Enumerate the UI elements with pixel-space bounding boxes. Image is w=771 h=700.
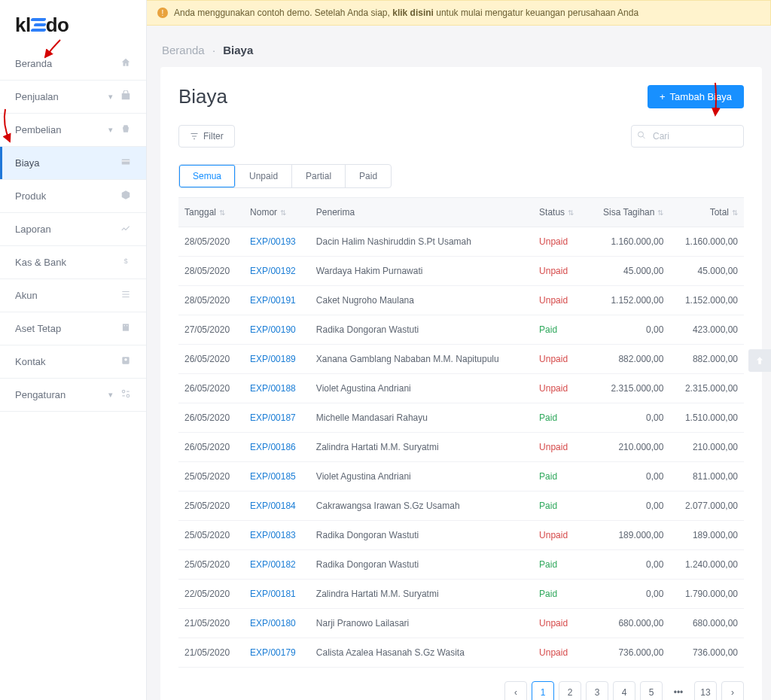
sidebar-item-label: Kontak (15, 356, 45, 367)
cell-status: Paid (533, 462, 587, 492)
pagination-page-3[interactable]: 3 (586, 681, 608, 700)
cell-penerima: Narji Pranowo Lailasari (310, 609, 533, 638)
sidebar-item-biaya[interactable]: Biaya (0, 147, 146, 180)
cell-tanggal: 26/05/2020 (178, 345, 244, 374)
sidebar-item-produk[interactable]: Produk (0, 180, 146, 213)
cell-nomor-link[interactable]: EXP/00193 (244, 227, 310, 257)
cell-status: Unpaid (533, 609, 587, 638)
cell-nomor-link[interactable]: EXP/00189 (244, 345, 310, 374)
cell-penerima: Wardaya Hakim Purnawati (310, 257, 533, 286)
table-row: 26/05/2020EXP/00188Violet Agustina Andri… (178, 374, 744, 403)
pagination-page-1[interactable]: 1 (532, 681, 554, 700)
cell-total: 1.152.000,00 (669, 286, 744, 315)
cell-tanggal: 25/05/2020 (178, 550, 244, 580)
sidebar-item-kontak[interactable]: Kontak (0, 345, 146, 379)
search-icon (637, 131, 646, 142)
cell-penerima: Dacin Halim Nashiruddin S.Pt Usamah (310, 227, 533, 257)
cell-nomor-link[interactable]: EXP/00190 (244, 315, 310, 345)
sidebar-item-label: Kas & Bank (15, 257, 66, 268)
cell-total: 210.000,00 (669, 433, 744, 462)
pagination-page-4[interactable]: 4 (613, 681, 635, 700)
page-title: Biaya (178, 85, 227, 108)
status-tabs: SemuaUnpaidPartialPaid (178, 164, 392, 188)
cell-sisa: 0,00 (587, 580, 669, 609)
tab-unpaid[interactable]: Unpaid (236, 165, 292, 187)
chevron-down-icon: ▾ (108, 125, 113, 135)
svg-point-8 (122, 390, 125, 393)
cell-nomor-link[interactable]: EXP/00185 (244, 462, 310, 492)
cell-tanggal: 28/05/2020 (178, 227, 244, 257)
pagination-next[interactable]: › (721, 681, 744, 700)
logo-stripes-icon (31, 18, 46, 33)
pagination-prev[interactable]: ‹ (504, 681, 527, 700)
list-icon (120, 289, 131, 302)
cell-nomor-link[interactable]: EXP/00186 (244, 433, 310, 462)
sidebar-item-label: Akun (15, 290, 38, 301)
search-input[interactable] (631, 125, 744, 148)
cell-nomor-link[interactable]: EXP/00184 (244, 492, 310, 521)
svg-point-9 (126, 394, 130, 397)
table-row: 25/05/2020EXP/00185Violet Agustina Andri… (178, 462, 744, 492)
cell-status: Unpaid (533, 257, 587, 286)
sidebar-item-label: Pembelian (15, 124, 61, 135)
cell-penerima: Radika Dongoran Wastuti (310, 550, 533, 580)
sidebar-item-akun[interactable]: Akun (0, 279, 146, 312)
col-sisa[interactable]: Sisa Tagihan⇅ (587, 198, 669, 227)
sidebar-item-penjualan[interactable]: Penjualan▾ (0, 81, 146, 114)
table-row: 21/05/2020EXP/00180Narji Pranowo Lailasa… (178, 609, 744, 638)
cell-sisa: 189.000,00 (587, 521, 669, 550)
cell-sisa: 1.152.000,00 (587, 286, 669, 315)
tab-semua[interactable]: Semua (179, 165, 236, 187)
cell-nomor-link[interactable]: EXP/00192 (244, 257, 310, 286)
cell-nomor-link[interactable]: EXP/00188 (244, 374, 310, 403)
cell-tanggal: 25/05/2020 (178, 462, 244, 492)
col-tanggal[interactable]: Tanggal⇅ (178, 198, 244, 227)
col-penerima[interactable]: Penerima (310, 198, 533, 227)
sidebar-item-kas-bank[interactable]: Kas & Bank$ (0, 246, 146, 279)
cell-tanggal: 25/05/2020 (178, 521, 244, 550)
cell-penerima: Michelle Mandasari Rahayu (310, 403, 533, 433)
col-status[interactable]: Status⇅ (533, 198, 587, 227)
cell-sisa: 0,00 (587, 492, 669, 521)
cell-status: Unpaid (533, 374, 587, 403)
cell-nomor-link[interactable]: EXP/00187 (244, 403, 310, 433)
cell-sisa: 0,00 (587, 550, 669, 580)
sidebar-item-pengaturan[interactable]: Pengaturan▾ (0, 379, 146, 412)
filter-button[interactable]: Filter (178, 125, 235, 148)
tab-partial[interactable]: Partial (292, 165, 346, 187)
sidebar-item-label: Laporan (15, 224, 51, 235)
cell-tanggal: 26/05/2020 (178, 433, 244, 462)
cell-penerima: Caket Nugroho Maulana (310, 286, 533, 315)
sidebar-item-pembelian[interactable]: Pembelian▾ (0, 114, 146, 147)
add-expense-button[interactable]: + Tambah Biaya (648, 85, 744, 108)
warning-icon: ! (157, 8, 168, 18)
table-row: 25/05/2020EXP/00184Cakrawangsa Irawan S.… (178, 492, 744, 521)
cell-total: 1.240.000,00 (669, 550, 744, 580)
tab-paid[interactable]: Paid (346, 165, 391, 187)
pagination-page-2[interactable]: 2 (559, 681, 581, 700)
pagination-page-13[interactable]: 13 (694, 681, 717, 700)
cell-nomor-link[interactable]: EXP/00183 (244, 521, 310, 550)
col-nomor[interactable]: Nomor⇅ (244, 198, 310, 227)
breadcrumb-root[interactable]: Beranda (162, 44, 205, 56)
cell-status: Unpaid (533, 345, 587, 374)
settings-icon (120, 388, 131, 401)
breadcrumb-current: Biaya (223, 44, 253, 56)
cell-tanggal: 28/05/2020 (178, 257, 244, 286)
cell-nomor-link[interactable]: EXP/00182 (244, 550, 310, 580)
content-card: Biaya + Tambah Biaya Filter SemuaUnpaidP… (160, 67, 762, 700)
cell-nomor-link[interactable]: EXP/00179 (244, 638, 310, 668)
scroll-top-button[interactable] (748, 349, 771, 372)
cell-nomor-link[interactable]: EXP/00180 (244, 609, 310, 638)
cell-nomor-link[interactable]: EXP/00191 (244, 286, 310, 315)
cell-penerima: Violet Agustina Andriani (310, 462, 533, 492)
cell-sisa: 736.000,00 (587, 638, 669, 668)
cell-nomor-link[interactable]: EXP/00181 (244, 580, 310, 609)
banner-link[interactable]: klik disini (392, 8, 434, 18)
col-total[interactable]: Total⇅ (669, 198, 744, 227)
sidebar-item-laporan[interactable]: Laporan (0, 213, 146, 246)
sidebar-item-beranda[interactable]: Beranda (0, 47, 146, 81)
sidebar-item-aset-tetap[interactable]: Aset Tetap (0, 312, 146, 345)
pagination-page-5[interactable]: 5 (640, 681, 663, 700)
cell-tanggal: 26/05/2020 (178, 374, 244, 403)
